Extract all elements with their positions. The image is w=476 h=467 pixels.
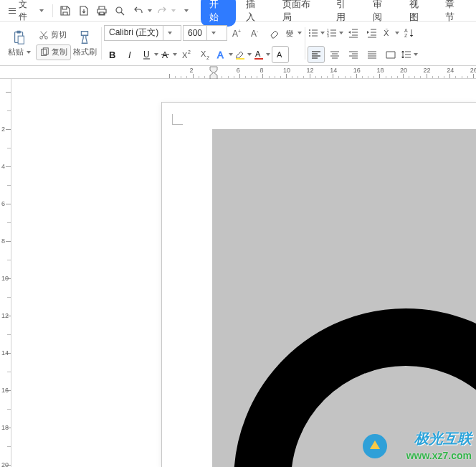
underline-button[interactable]: U xyxy=(141,46,158,63)
italic-button[interactable]: I xyxy=(123,46,140,63)
superscript-button[interactable]: X2 xyxy=(178,46,196,63)
format-painter-button[interactable]: 格式刷 xyxy=(71,24,98,64)
svg-rect-2 xyxy=(16,31,20,34)
svg-text:Z: Z xyxy=(404,33,408,38)
svg-text:A: A xyxy=(277,50,282,59)
bold-button[interactable]: B xyxy=(104,46,121,63)
chevron-down-icon xyxy=(184,9,189,12)
grow-font-button[interactable]: A+ xyxy=(229,24,246,42)
cut-button[interactable]: 剪切 xyxy=(36,27,71,43)
font-size-combo[interactable]: 600 xyxy=(183,25,227,41)
export-pdf-button[interactable] xyxy=(75,2,92,19)
giant-letter-o xyxy=(234,308,476,467)
svg-point-28 xyxy=(309,29,310,31)
align-left-button[interactable] xyxy=(308,46,325,63)
font-color-icon: A xyxy=(253,49,265,60)
font-name-value: Calibri (正文) xyxy=(105,27,163,39)
bullet-list-button[interactable] xyxy=(308,24,325,42)
cut-label: 剪切 xyxy=(51,29,67,40)
horizontal-ruler[interactable]: 2468101214161820222426 xyxy=(0,66,476,79)
svg-text:X̌: X̌ xyxy=(384,29,389,37)
increase-indent-button[interactable] xyxy=(363,24,381,42)
phonetic-guide-button[interactable]: 變 xyxy=(285,24,302,42)
tab-chapter[interactable]: 章节 xyxy=(437,0,472,27)
placeholder-box xyxy=(212,129,476,467)
shrink-font-button[interactable]: A- xyxy=(247,24,265,42)
customize-qat-button[interactable] xyxy=(177,2,194,19)
ribbon-toolbar: 粘贴 剪切 复制 格式刷 Calibri (正文) xyxy=(0,22,476,66)
font-size-value: 600 xyxy=(184,28,206,38)
vertical-ruler[interactable]: 246810121416182022 xyxy=(0,79,11,467)
numbering-icon: 123 xyxy=(326,27,338,39)
font-name-dropdown[interactable] xyxy=(163,26,174,40)
paste-button[interactable]: 粘贴 xyxy=(4,24,34,64)
character-border-button[interactable]: A xyxy=(272,46,289,63)
eraser-icon xyxy=(269,27,280,39)
svg-text:X: X xyxy=(201,49,206,58)
svg-text:變: 變 xyxy=(286,29,293,37)
indent-icon xyxy=(366,27,378,39)
copy-button[interactable]: 复制 xyxy=(36,44,71,60)
chevron-down-icon xyxy=(247,53,252,56)
tab-label: 插入 xyxy=(246,0,255,22)
svg-text:A: A xyxy=(162,50,168,60)
svg-text:A: A xyxy=(217,49,224,60)
strikethrough-button[interactable]: A xyxy=(160,46,177,63)
align-center-icon xyxy=(329,49,341,60)
print-button[interactable] xyxy=(93,2,110,19)
sort-icon: AZ xyxy=(404,27,415,39)
group-clipboard: 粘贴 剪切 复制 格式刷 xyxy=(1,22,101,65)
scissors-icon xyxy=(39,30,49,40)
align-justify-button[interactable] xyxy=(363,46,381,63)
subscript-button[interactable]: X2 xyxy=(197,46,214,63)
undo-button[interactable] xyxy=(130,2,152,19)
italic-icon: I xyxy=(125,49,137,60)
sort-button[interactable]: AZ xyxy=(401,24,418,42)
align-left-icon xyxy=(310,49,322,60)
chevron-down-icon xyxy=(148,9,152,12)
font-name-combo[interactable]: Calibri (正文) xyxy=(104,25,181,41)
tab-label: 审阅 xyxy=(373,0,382,22)
outdent-icon xyxy=(348,27,359,39)
phonetic-icon: 變 xyxy=(285,27,296,39)
brush-icon xyxy=(77,29,92,45)
text-effects-button[interactable]: A xyxy=(216,46,233,63)
numbered-list-button[interactable]: 123 xyxy=(326,24,343,42)
svg-text:A: A xyxy=(404,28,408,33)
svg-point-0 xyxy=(116,7,122,13)
font-size-dropdown[interactable] xyxy=(206,26,218,40)
file-menu-button[interactable]: 文件 xyxy=(4,0,48,24)
line-spacing-icon xyxy=(401,49,412,60)
print-preview-button[interactable] xyxy=(112,2,128,19)
highlight-button[interactable] xyxy=(234,46,252,63)
strikethrough-icon: A xyxy=(160,49,171,60)
asian-layout-button[interactable]: X̌ xyxy=(382,24,399,42)
distribute-button[interactable] xyxy=(382,46,399,63)
tab-label: 视图 xyxy=(409,0,419,22)
redo-button[interactable] xyxy=(153,2,176,19)
clear-format-button[interactable] xyxy=(266,24,283,42)
svg-point-4 xyxy=(40,36,43,39)
chevron-down-icon xyxy=(414,53,418,56)
align-right-button[interactable] xyxy=(345,46,362,63)
tab-label: 引用 xyxy=(336,0,346,22)
svg-point-5 xyxy=(45,36,48,39)
svg-text:A: A xyxy=(232,29,238,39)
svg-text:A: A xyxy=(255,49,261,58)
decrease-indent-button[interactable] xyxy=(345,24,362,42)
align-center-button[interactable] xyxy=(326,46,343,63)
align-justify-icon xyxy=(366,49,378,60)
svg-point-29 xyxy=(309,32,310,34)
asian-layout-icon: X̌ xyxy=(382,27,394,39)
svg-text:2: 2 xyxy=(206,55,209,60)
svg-text:2: 2 xyxy=(188,49,191,55)
save-button[interactable] xyxy=(57,2,74,19)
bullets-icon xyxy=(308,27,319,39)
line-spacing-button[interactable] xyxy=(401,46,418,63)
group-font: Calibri (正文) 600 A+ A- 變 B I U A X2 X2 xyxy=(101,22,305,65)
font-color-button[interactable]: A xyxy=(253,46,270,63)
svg-text:-: - xyxy=(257,29,259,34)
chevron-down-icon xyxy=(298,32,302,34)
chevron-down-icon xyxy=(266,53,270,56)
svg-text:I: I xyxy=(128,49,131,60)
